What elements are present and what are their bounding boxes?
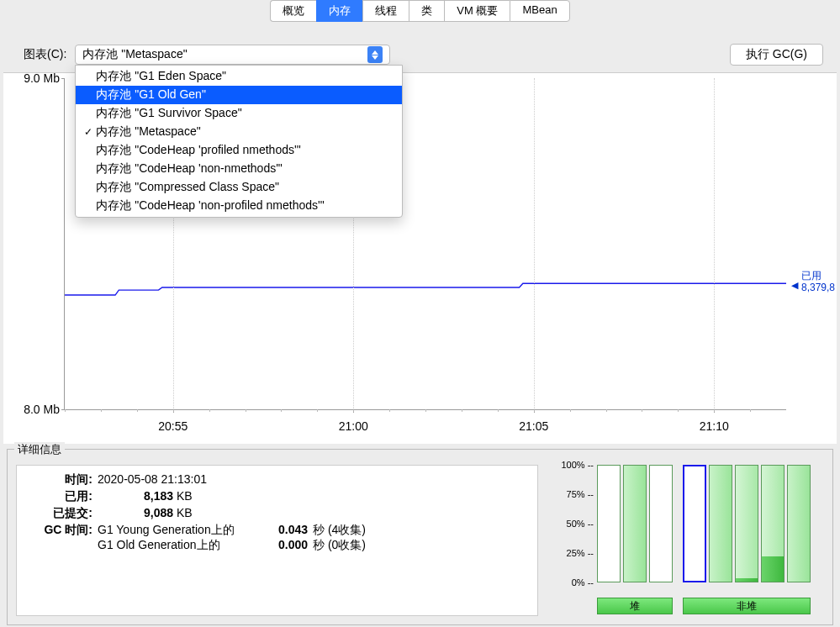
combo-arrows-icon xyxy=(367,46,383,63)
perform-gc-button[interactable]: 执行 GC(G) xyxy=(730,44,823,66)
details-text: 时间: 2020-05-08 21:13:01 已用: 8,183KB 已提交:… xyxy=(16,465,538,616)
dropdown-item-2[interactable]: 内存池 "G1 Survivor Space" xyxy=(76,104,402,123)
tab-3[interactable]: 类 xyxy=(409,0,444,22)
chart-dropdown: 内存池 "G1 Eden Space"内存池 "G1 Old Gen"内存池 "… xyxy=(75,65,403,218)
tab-2[interactable]: 线程 xyxy=(362,0,409,22)
used-marker-label: 已用 8,379,8 xyxy=(801,270,835,294)
bars-plot: 100% --75% --50% --25% --0% -- xyxy=(597,465,824,582)
svg-marker-0 xyxy=(372,50,378,55)
bar-group-1[interactable]: 非堆 xyxy=(683,598,811,614)
gc-line: G1 Young Generation上的0.043秒 (4收集) xyxy=(98,523,366,538)
dropdown-item-label: 内存池 "CodeHeap 'non-nmethods'" xyxy=(96,161,283,177)
chart-combo-wrap: 内存池 "Metaspace" 内存池 "G1 Eden Space"内存池 "… xyxy=(75,45,390,65)
bar-y-label: 0% -- xyxy=(572,577,594,587)
tab-0[interactable]: 概览 xyxy=(270,0,316,22)
dropdown-item-6[interactable]: 内存池 "Compressed Class Space" xyxy=(76,178,402,197)
memory-bar-7[interactable] xyxy=(787,465,811,582)
used-label: 已用: xyxy=(27,489,92,504)
dropdown-item-label: 内存池 "CodeHeap 'non-profiled nmethods'" xyxy=(96,198,324,213)
memory-bar-2[interactable] xyxy=(649,465,673,582)
dropdown-item-5[interactable]: 内存池 "CodeHeap 'non-nmethods'" xyxy=(76,160,402,178)
chart-label: 图表(C): xyxy=(24,47,66,62)
dropdown-item-3[interactable]: ✓内存池 "Metaspace" xyxy=(76,123,402,141)
x-axis-label: 20:55 xyxy=(158,419,188,433)
dropdown-item-4[interactable]: 内存池 "CodeHeap 'profiled nmethods'" xyxy=(76,141,402,160)
memory-bars: 100% --75% --50% --25% --0% -- 堆非堆 xyxy=(555,465,824,616)
gc-time-label: GC 时间: xyxy=(27,523,92,553)
gc-line: G1 Old Generation上的0.000秒 (0收集) xyxy=(98,538,366,553)
memory-bar-1[interactable] xyxy=(623,465,647,582)
bar-group-0[interactable]: 堆 xyxy=(597,598,673,614)
bar-y-label: 25% -- xyxy=(567,548,594,558)
tab-bar: 概览内存线程类VM 概要MBean xyxy=(0,0,840,22)
bar-y-label: 75% -- xyxy=(567,489,594,499)
tab-1[interactable]: 内存 xyxy=(316,0,362,22)
gc-lines: G1 Young Generation上的0.043秒 (4收集)G1 Old … xyxy=(98,523,366,553)
controls-row: 图表(C): 内存池 "Metaspace" 内存池 "G1 Eden Spac… xyxy=(0,22,840,72)
used-value: 8,183KB xyxy=(98,489,193,504)
dropdown-item-0[interactable]: 内存池 "G1 Eden Space" xyxy=(76,67,402,86)
y-axis-label: 9.0 Mb xyxy=(24,71,60,85)
memory-bar-6[interactable] xyxy=(761,465,785,582)
used-marker-arrow-icon: ◀ xyxy=(791,280,798,291)
x-axis-label: 21:10 xyxy=(700,419,729,433)
dropdown-item-label: 内存池 "Metaspace" xyxy=(96,124,200,140)
chart-combo[interactable]: 内存池 "Metaspace" xyxy=(75,45,390,65)
y-axis-label: 8.0 Mb xyxy=(24,403,60,416)
dropdown-item-1[interactable]: 内存池 "G1 Old Gen" xyxy=(76,86,402,104)
details-title: 详细信息 xyxy=(14,442,65,457)
details-panel: 详细信息 时间: 2020-05-08 21:13:01 已用: 8,183KB… xyxy=(7,449,833,625)
svg-marker-1 xyxy=(372,55,378,60)
dropdown-item-label: 内存池 "Compressed Class Space" xyxy=(96,180,279,195)
memory-bar-0[interactable] xyxy=(597,465,621,582)
tab-5[interactable]: MBean xyxy=(510,0,569,22)
tab-4[interactable]: VM 概要 xyxy=(444,0,510,22)
time-label: 时间: xyxy=(27,472,92,487)
dropdown-item-7[interactable]: 内存池 "CodeHeap 'non-profiled nmethods'" xyxy=(76,197,402,215)
dropdown-item-label: 内存池 "G1 Old Gen" xyxy=(96,87,206,103)
committed-value: 9,088KB xyxy=(98,506,193,521)
memory-bar-3[interactable] xyxy=(683,465,706,582)
chart-combo-value: 内存池 "Metaspace" xyxy=(82,47,187,62)
bar-y-label: 50% -- xyxy=(567,519,594,529)
memory-bar-5[interactable] xyxy=(735,465,758,582)
dropdown-item-label: 内存池 "G1 Survivor Space" xyxy=(96,106,241,121)
committed-label: 已提交: xyxy=(27,506,92,521)
check-icon: ✓ xyxy=(81,126,96,138)
x-axis-label: 21:05 xyxy=(519,419,548,433)
bar-y-label: 100% -- xyxy=(561,460,594,470)
time-value: 2020-05-08 21:13:01 xyxy=(98,472,207,487)
x-axis-label: 21:00 xyxy=(339,419,368,433)
dropdown-item-label: 内存池 "G1 Eden Space" xyxy=(96,69,226,84)
memory-bar-4[interactable] xyxy=(709,465,732,582)
dropdown-item-label: 内存池 "CodeHeap 'profiled nmethods'" xyxy=(96,143,300,158)
